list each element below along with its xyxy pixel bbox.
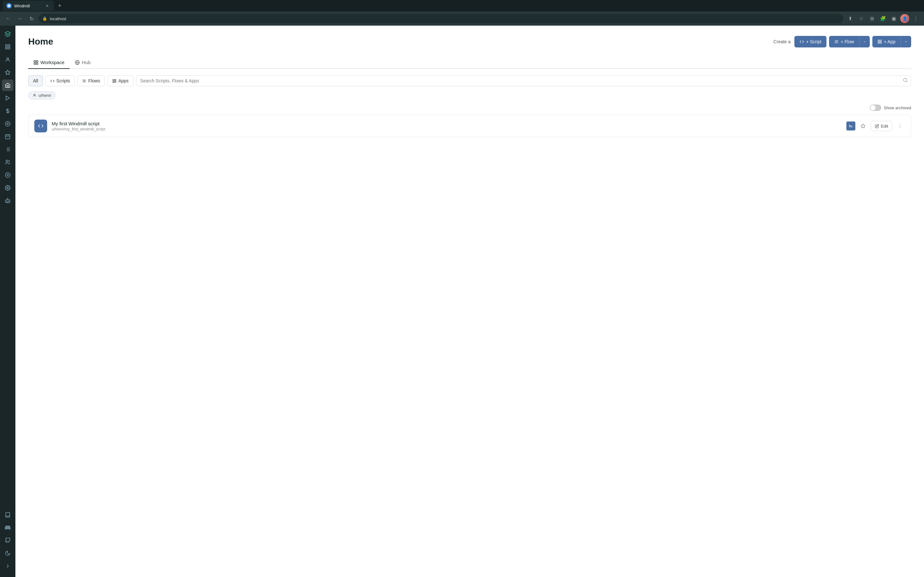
script-name: My first Windmill script xyxy=(52,121,842,126)
svg-rect-10 xyxy=(5,135,10,139)
svg-rect-34 xyxy=(880,42,881,43)
edit-button[interactable]: Edit xyxy=(871,121,892,131)
toggle-knob xyxy=(871,105,876,110)
create-app-label: + App xyxy=(884,39,895,44)
search-container xyxy=(136,75,911,86)
sidebar-bottom xyxy=(2,509,13,574)
svg-point-27 xyxy=(8,201,9,201)
svg-point-20 xyxy=(6,160,8,162)
sidebar-item-audit[interactable] xyxy=(2,169,13,181)
preview-badge[interactable]: h₁ xyxy=(846,121,855,131)
filter-bar: All Scripts Flows Apps xyxy=(28,75,911,86)
svg-rect-35 xyxy=(34,61,36,62)
show-archived-label: Show archived xyxy=(884,105,911,110)
extension-button[interactable]: ⊞ xyxy=(867,14,877,23)
puzzle-button[interactable]: 🧩 xyxy=(879,14,887,23)
sidebar-expand-button[interactable] xyxy=(2,560,13,572)
script-path: u/henri/my_first_windmill_script xyxy=(52,127,842,131)
search-icon xyxy=(903,77,908,84)
sidebar-item-settings[interactable] xyxy=(2,182,13,193)
sidebar-item-bot[interactable] xyxy=(2,195,13,206)
create-label: Create a xyxy=(774,39,791,44)
script-actions: h₁ Edit xyxy=(846,121,905,131)
tab-favicon xyxy=(6,3,11,8)
filter-flows-button[interactable]: Flows xyxy=(78,75,105,86)
show-archived-row: Show archived xyxy=(28,105,911,111)
tab-workspace[interactable]: Workspace xyxy=(28,56,69,69)
filter-scripts-button[interactable]: Scripts xyxy=(45,75,75,86)
sidebar-item-schedules[interactable] xyxy=(2,131,13,142)
tab-hub[interactable]: Hub xyxy=(69,56,96,69)
preview-badge-text: h₁ xyxy=(849,124,853,128)
sidebar-item-runs[interactable] xyxy=(2,143,13,155)
back-button[interactable]: ← xyxy=(4,14,13,23)
new-tab-button[interactable]: + xyxy=(55,1,64,10)
svg-point-0 xyxy=(8,5,10,7)
sidebar-item-dashboard[interactable] xyxy=(2,41,13,53)
sidebar-item-theme[interactable] xyxy=(2,548,13,559)
tab-workspace-label: Workspace xyxy=(40,60,65,65)
create-flow-label: + Flow xyxy=(841,39,854,44)
sidebar-item-home[interactable] xyxy=(2,79,13,91)
sidebar-item-resources[interactable] xyxy=(2,118,13,129)
share-button[interactable]: ⬆ xyxy=(846,14,855,23)
svg-rect-44 xyxy=(113,79,114,81)
svg-rect-3 xyxy=(5,47,7,49)
address-text: localhost xyxy=(50,16,66,21)
filter-all-label: All xyxy=(33,78,38,83)
bookmark-button[interactable]: ☆ xyxy=(857,14,866,23)
browser-actions: ⬆ ☆ ⊞ 🧩 ▣ 👤 ⋮ xyxy=(846,14,920,23)
sidebar-item-favorites[interactable] xyxy=(2,67,13,78)
svg-point-25 xyxy=(7,198,8,199)
sidebar-item-discord[interactable] xyxy=(2,522,13,533)
svg-point-26 xyxy=(6,201,7,201)
address-bar[interactable]: 🔒 localhost xyxy=(39,14,843,23)
svg-rect-2 xyxy=(8,45,10,46)
create-script-button[interactable]: + Script xyxy=(795,36,827,47)
user-filter-tag[interactable]: u/henri xyxy=(28,91,911,99)
user-filter-label: u/henri xyxy=(39,93,51,98)
tab-close-button[interactable]: × xyxy=(44,3,50,9)
active-tab[interactable]: Windmill × xyxy=(3,1,54,11)
search-input[interactable] xyxy=(136,75,911,86)
svg-point-50 xyxy=(34,94,35,95)
sidebar-item-windmill[interactable] xyxy=(2,28,13,40)
create-flow-dropdown-button[interactable] xyxy=(859,36,870,47)
sidebar-toggle-button[interactable]: ▣ xyxy=(889,14,898,23)
more-options-button[interactable] xyxy=(895,121,905,131)
sidebar-item-flows[interactable] xyxy=(2,92,13,104)
header-actions: Create a + Script + Flow xyxy=(774,36,911,47)
sidebar-item-groups[interactable] xyxy=(2,156,13,168)
profile-button[interactable]: 👤 xyxy=(900,14,909,23)
svg-point-52 xyxy=(900,124,900,125)
favorite-button[interactable] xyxy=(858,121,868,131)
svg-rect-4 xyxy=(8,47,10,49)
browser-menu-button[interactable]: ⋮ xyxy=(911,14,920,23)
script-info: My first Windmill script u/henri/my_firs… xyxy=(52,121,842,131)
sidebar-item-docs[interactable] xyxy=(2,509,13,521)
svg-point-54 xyxy=(900,127,900,128)
reload-button[interactable]: ↻ xyxy=(27,14,36,23)
create-flow-group: + Flow xyxy=(829,36,870,47)
svg-rect-37 xyxy=(34,63,36,64)
filter-flows-label: Flows xyxy=(88,78,100,83)
filter-apps-button[interactable]: Apps xyxy=(107,75,134,86)
svg-marker-7 xyxy=(6,96,10,100)
svg-point-53 xyxy=(900,126,900,126)
forward-button[interactable]: → xyxy=(15,14,24,23)
table-row: My first Windmill script u/henri/my_firs… xyxy=(28,115,911,137)
create-flow-button[interactable]: + Flow xyxy=(829,36,859,47)
create-app-button[interactable]: + App xyxy=(872,36,901,47)
sidebar-item-users[interactable] xyxy=(2,54,13,65)
filter-all-button[interactable]: All xyxy=(28,75,43,86)
svg-marker-51 xyxy=(861,124,865,128)
show-archived-toggle[interactable] xyxy=(870,105,881,111)
sidebar-item-github[interactable] xyxy=(2,535,13,546)
tab-bar: Windmill × + xyxy=(0,0,924,11)
sidebar-item-billing[interactable] xyxy=(2,105,13,117)
create-app-dropdown-button[interactable] xyxy=(901,36,911,47)
tab-title: Windmill xyxy=(14,3,42,8)
sidebar xyxy=(0,26,15,577)
svg-rect-1 xyxy=(5,45,7,46)
page-title: Home xyxy=(28,37,53,47)
